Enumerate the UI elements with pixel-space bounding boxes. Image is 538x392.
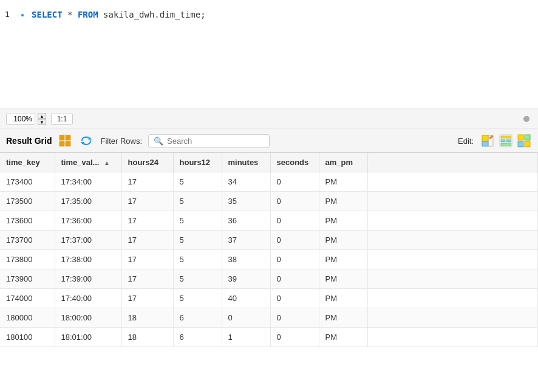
zoom-down-button[interactable]: ▼: [38, 119, 46, 125]
scrollbar-area: [78, 116, 532, 122]
table-cell: 17: [121, 289, 173, 308]
col-header-am-pm[interactable]: am_pm: [319, 153, 367, 172]
table-row[interactable]: 17400017:40:00175400PM: [0, 289, 538, 308]
table-cell: 36: [222, 211, 270, 231]
table-cell: 18:00:00: [55, 308, 121, 328]
table-header-row: time_key time_val... ▲ hours24 hours12 m…: [0, 153, 538, 172]
table-cell: PM: [319, 269, 367, 289]
grid-toggle-icon: [59, 135, 71, 147]
table-cell: [367, 328, 538, 347]
table-cell: PM: [319, 328, 367, 347]
svg-rect-6: [482, 135, 488, 141]
table-row[interactable]: 18010018:01:0018610PM: [0, 328, 538, 347]
table-cell: 17:34:00: [55, 172, 121, 192]
refresh-button[interactable]: [78, 133, 94, 149]
table-cell: PM: [319, 250, 367, 269]
table-cell: 0: [222, 308, 270, 328]
table-cell: 173400: [0, 172, 55, 192]
table-row[interactable]: 17340017:34:00175340PM: [0, 172, 538, 192]
table-cell: [367, 211, 538, 231]
table-cell: 17: [121, 250, 173, 269]
svg-rect-1: [66, 135, 70, 140]
table-cell: 17: [121, 231, 173, 250]
col-header-minutes[interactable]: minutes: [222, 153, 270, 172]
col-header-hours24[interactable]: hours24: [121, 153, 173, 172]
line-dot: ●: [21, 10, 24, 19]
col-header-seconds[interactable]: seconds: [270, 153, 319, 172]
table-row[interactable]: 18000018:00:0018600PM: [0, 308, 538, 328]
table-cell: PM: [319, 192, 367, 211]
zoom-up-button[interactable]: ▲: [38, 113, 46, 119]
table-cell: PM: [319, 308, 367, 328]
table-row[interactable]: 17390017:39:00175390PM: [0, 269, 538, 289]
table-cell: 174000: [0, 289, 55, 308]
table-cell: 0: [270, 172, 319, 192]
table-cell: 18: [121, 328, 173, 347]
svg-rect-12: [501, 136, 511, 138]
table-cell: 18:01:00: [55, 328, 121, 347]
main-content: 1 ● SELECT * FROM sakila_dwh.dim_time; ▲…: [0, 0, 538, 392]
table-cell: 173600: [0, 211, 55, 231]
sql-from-keyword: FROM: [78, 8, 98, 21]
grid-toggle-button[interactable]: [58, 133, 72, 148]
table-cell: 5: [173, 231, 222, 250]
table-row[interactable]: 17380017:38:00175380PM: [0, 250, 538, 269]
svg-rect-3: [66, 141, 70, 146]
search-icon: 🔍: [154, 137, 163, 146]
edit-label: Edit:: [458, 137, 474, 146]
sql-select-keyword: SELECT: [32, 8, 63, 21]
table-cell: 17: [121, 172, 173, 192]
col-header-hours12[interactable]: hours12: [173, 153, 222, 172]
table-cell: PM: [319, 211, 367, 231]
edit-form-icon: [499, 134, 512, 147]
zoom-input[interactable]: [6, 113, 35, 125]
table-body: 17340017:34:00175340PM17350017:35:001753…: [0, 172, 538, 347]
table-cell: 0: [270, 192, 319, 211]
sql-star: *: [63, 8, 78, 21]
table-cell: 1: [222, 328, 270, 347]
editor-toolbar: ▲ ▼ 1:1: [0, 109, 538, 129]
table-cell: 38: [222, 250, 270, 269]
edit-pencil-icon: [481, 134, 494, 147]
table-cell: 17:36:00: [55, 211, 121, 231]
table-cell: 0: [270, 211, 319, 231]
table-cell: 173500: [0, 192, 55, 211]
table-cell: 5: [173, 269, 222, 289]
table-cell: 17: [121, 192, 173, 211]
table-cell: 39: [222, 269, 270, 289]
table-cell: [367, 172, 538, 192]
table-cell: 17:38:00: [55, 250, 121, 269]
result-grid-label: Result Grid: [6, 136, 52, 146]
scroll-thumb[interactable]: [523, 116, 529, 122]
table-row[interactable]: 17350017:35:00175350PM: [0, 192, 538, 211]
table-cell: 17:39:00: [55, 269, 121, 289]
edit-extra-button[interactable]: [516, 133, 532, 149]
table-cell: 180100: [0, 328, 55, 347]
search-box: 🔍: [148, 134, 270, 148]
table-cell: 17: [121, 269, 173, 289]
edit-form-button[interactable]: [498, 133, 514, 149]
table-cell: 0: [270, 269, 319, 289]
table-cell: 6: [173, 308, 222, 328]
table-cell: 17: [121, 211, 173, 231]
col-header-time-val[interactable]: time_val... ▲: [55, 153, 121, 172]
table-cell: [367, 308, 538, 328]
col-header-time-key[interactable]: time_key: [0, 153, 55, 172]
zoom-spinner: ▲ ▼: [38, 113, 46, 125]
table-cell: 5: [173, 250, 222, 269]
table-cell: 17:35:00: [55, 192, 121, 211]
table-row[interactable]: 17360017:36:00175360PM: [0, 211, 538, 231]
refresh-icon: [80, 134, 93, 147]
search-input[interactable]: [167, 137, 252, 146]
result-toolbar: Result Grid Filter Rows: 🔍 E: [0, 129, 538, 153]
result-table: time_key time_val... ▲ hours24 hours12 m…: [0, 153, 538, 347]
table-row[interactable]: 17370017:37:00175370PM: [0, 231, 538, 250]
table-cell: [367, 250, 538, 269]
table-cell: [367, 289, 538, 308]
svg-rect-14: [506, 140, 511, 142]
edit-icon-group: [480, 133, 532, 149]
line-number: 1: [5, 8, 17, 21]
table-cell: 35: [222, 192, 270, 211]
col-header-extra: [367, 153, 538, 172]
edit-pencil-button[interactable]: [480, 133, 495, 149]
